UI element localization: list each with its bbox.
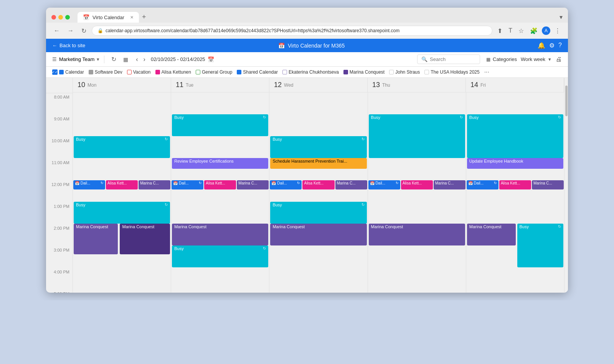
date-picker-icon[interactable]: 📅 <box>208 56 214 63</box>
refresh-icon: ↻ <box>263 246 266 250</box>
prev-period-button[interactable]: ‹ <box>134 55 140 64</box>
event-marina-mon[interactable]: Marina Conquest <box>74 224 118 254</box>
event-alisa-fri[interactable]: Alisa Kett... <box>499 180 531 189</box>
close-button[interactable] <box>51 15 56 20</box>
forward-nav-button[interactable]: → <box>65 26 76 35</box>
maximize-button[interactable] <box>65 15 70 20</box>
event-busy-mon-1pm[interactable]: Busy ↻ <box>74 202 170 224</box>
day-col-mon[interactable]: Busy ↻ 📅 Dail... ↻ Alisa Kett... <box>73 92 171 293</box>
screenshot-icon[interactable]: ⬆ <box>495 26 504 36</box>
software-dev-color-dot <box>89 70 93 74</box>
event-marina-mini-mon[interactable]: Marina C... <box>139 180 170 189</box>
minimize-button[interactable] <box>58 15 63 20</box>
alisa-color-dot <box>155 70 160 74</box>
event-daily-thu[interactable]: 📅 Dail... ↻ <box>368 180 400 189</box>
hour-4pm-thu <box>368 267 466 289</box>
refresh-calendar-button[interactable]: ↻ <box>109 55 119 64</box>
new-tab-button[interactable]: + <box>139 12 149 23</box>
refresh-icon: ↻ <box>165 203 168 207</box>
back-to-site-button[interactable]: ← Back to site <box>52 43 85 48</box>
event-marina-mini-tue[interactable]: Marina C... <box>237 180 269 189</box>
refresh-icon: ↻ <box>263 115 266 119</box>
event-update-handbook[interactable]: Update Employee Handbook <box>467 158 563 169</box>
legend-alisa: Alisa Kettunen <box>155 69 191 75</box>
event-marina-wed[interactable]: Marina Conquest <box>270 224 366 245</box>
allday-mini-tue: 📅 Dail... ↻ Alisa Kett... Marina C... <box>171 180 269 190</box>
event-daily-mon[interactable]: 📅 Dail... ↻ <box>73 180 105 189</box>
event-alisa-tue[interactable]: Alisa Kett... <box>204 180 236 189</box>
main-calendar-checkbox[interactable]: ✓ <box>52 69 58 75</box>
allday-mini-wed: 📅 Dail... ↻ Alisa Kett... Marina C... <box>269 180 367 190</box>
day-col-thu[interactable]: Busy ↻ 📅 Dail... ↻ Alisa Kett... <box>368 92 466 293</box>
scrollbar[interactable] <box>564 78 568 293</box>
legend-john: John Straus <box>389 69 420 75</box>
calendar-color-dot <box>59 70 64 74</box>
reload-button[interactable]: ↻ <box>79 26 89 35</box>
tab-close-button[interactable]: ✕ <box>130 15 134 20</box>
hour-3pm-thu <box>368 245 466 267</box>
days-grid: 10 Mon 11 Tue 12 Wed 13 Thu 14 Fri <box>73 78 564 293</box>
event-marina-tue[interactable]: Marina Conquest <box>172 224 268 245</box>
event-label: Alisa Kett... <box>501 181 520 185</box>
event-marina-fri[interactable]: Marina Conquest <box>467 224 516 245</box>
refresh-icon: ↻ <box>297 181 300 185</box>
view-dropdown-icon[interactable]: ▾ <box>548 56 551 62</box>
event-marina-mini-thu[interactable]: Marina C... <box>434 180 465 189</box>
event-alisa-mon[interactable]: Alisa Kett... <box>106 180 138 189</box>
bookmark-icon[interactable]: ☆ <box>517 26 526 36</box>
settings-icon[interactable]: ⚙ <box>549 42 555 49</box>
legend-more-button[interactable]: ··· <box>484 69 489 76</box>
event-busy-wed-1pm[interactable]: Busy ↻ <box>270 202 366 224</box>
print-button[interactable]: 🖨 <box>556 56 562 63</box>
event-marina-mini-wed[interactable]: Marina C... <box>335 180 367 189</box>
back-arrow-icon: ← <box>52 43 57 48</box>
address-bar-row: ← → ↻ 🔒 calendar-app.virtosoftware.com/c… <box>46 23 568 39</box>
event-label: Busy <box>76 203 85 207</box>
event-busy-tue-3pm[interactable]: Busy ↻ <box>172 245 268 267</box>
notification-icon[interactable]: 🔔 <box>538 42 545 49</box>
event-label: Marina Conquest <box>469 224 502 229</box>
profile-icon[interactable]: A <box>542 26 550 35</box>
back-nav-button[interactable]: ← <box>51 26 62 35</box>
search-input[interactable] <box>430 56 476 62</box>
event-busy-mon-10[interactable]: Busy ↻ <box>74 136 170 158</box>
event-marina-thu[interactable]: Marina Conquest <box>369 224 465 245</box>
day-header-thu: 13 Thu <box>368 78 466 92</box>
day-col-fri[interactable]: Busy ↻ Update Employee Handbook 📅 Dail..… <box>466 92 564 293</box>
event-label: Marina C... <box>533 181 552 185</box>
calendar-view-toggle[interactable]: ▦ <box>121 56 130 63</box>
event-label: Marina Conquest <box>371 224 403 229</box>
tab-dropdown-button[interactable]: ▾ <box>560 13 563 21</box>
next-period-button[interactable]: › <box>141 55 148 64</box>
day-col-wed[interactable]: Busy ↻ Schedule Harassment Prevention Tr… <box>269 92 368 293</box>
hour-8am-thu <box>368 92 466 114</box>
event-busy-fri-2pm[interactable]: Busy ↻ <box>517 224 564 267</box>
active-tab[interactable]: 📅 Virto Calendar ✕ <box>78 12 139 23</box>
event-daily-fri[interactable]: 📅 Dail... ↻ <box>467 180 498 189</box>
event-daily-wed[interactable]: 📅 Dail... ↻ <box>270 180 302 189</box>
url-bar[interactable]: 🔒 calendar-app.virtosoftware.com/calenda… <box>92 26 492 36</box>
event-harassment-training[interactable]: Schedule Harassment Prevention Trai... <box>270 158 366 169</box>
scrollbar-thumb[interactable] <box>565 86 568 116</box>
extensions-icon[interactable]: 🧩 <box>528 26 540 36</box>
event-daily-tue[interactable]: 📅 Dail... ↻ <box>172 180 203 189</box>
event-busy-tue-9am[interactable]: Busy ↻ <box>172 114 268 136</box>
translate-icon[interactable]: T <box>507 26 514 35</box>
help-icon[interactable]: ? <box>558 42 562 49</box>
event-alisa-wed[interactable]: Alisa Kett... <box>302 180 334 189</box>
ekaterina-color-dot <box>282 70 287 74</box>
event-review-cert[interactable]: Review Employee Certifications <box>172 158 268 169</box>
event-busy-fri-9am[interactable]: Busy ↻ <box>467 114 563 158</box>
event-marina-mini-fri[interactable]: Marina C... <box>532 180 564 189</box>
event-alisa-thu[interactable]: Alisa Kett... <box>401 180 433 189</box>
event-busy-thu-9am[interactable]: Busy ↻ <box>369 114 465 158</box>
john-label: John Straus <box>395 69 420 75</box>
date-nav-group: ‹ › <box>134 55 148 64</box>
menu-icon[interactable]: ⋮ <box>553 26 563 36</box>
day-col-tue[interactable]: Busy ↻ Review Employee Certifications 📅 … <box>171 92 269 293</box>
event-marina-mon-2[interactable]: Marina Conquest <box>120 224 170 254</box>
team-dropdown-icon[interactable]: ▾ <box>97 56 99 62</box>
event-busy-wed-10am[interactable]: Busy ↻ <box>270 136 366 158</box>
legend-ekaterina: Ekaterina Chukhontseva <box>282 69 339 75</box>
search-box[interactable]: 🔍 <box>417 54 480 64</box>
